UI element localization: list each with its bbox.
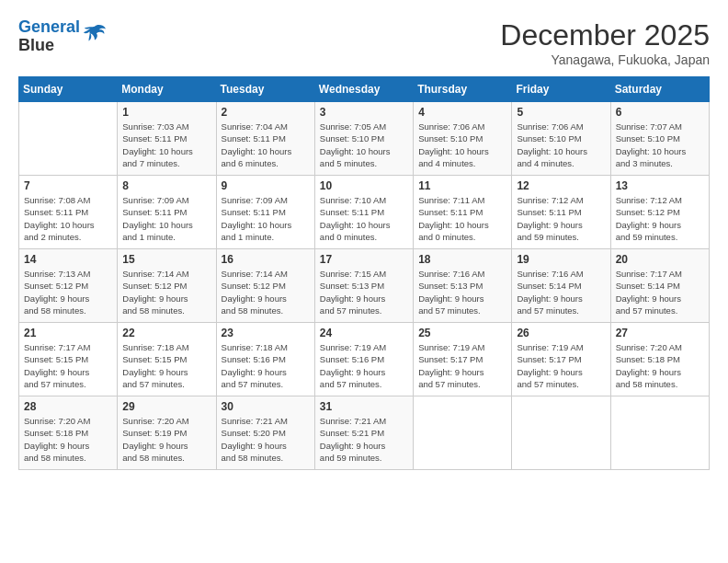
day-detail: Sunrise: 7:19 AMSunset: 5:16 PMDaylight:… (320, 341, 408, 390)
day-number: 26 (517, 327, 605, 339)
logo-bird-icon (82, 22, 108, 48)
day-detail: Sunrise: 7:09 AMSunset: 5:11 PMDaylight:… (222, 194, 310, 243)
calendar-cell: 27 Sunrise: 7:20 AMSunset: 5:18 PMDaylig… (610, 323, 709, 396)
day-number: 22 (122, 327, 210, 339)
calendar-cell: 12 Sunrise: 7:12 AMSunset: 5:11 PMDaylig… (512, 176, 610, 249)
day-detail: Sunrise: 7:21 AMSunset: 5:21 PMDaylight:… (320, 415, 408, 464)
day-number: 21 (24, 327, 112, 339)
calendar-cell (610, 396, 709, 470)
day-number: 29 (122, 400, 210, 413)
calendar-cell: 9 Sunrise: 7:09 AMSunset: 5:11 PMDayligh… (216, 176, 314, 249)
calendar-week-row: 1 Sunrise: 7:03 AMSunset: 5:11 PMDayligh… (19, 102, 710, 176)
calendar-cell: 24 Sunrise: 7:19 AMSunset: 5:16 PMDaylig… (314, 323, 413, 396)
calendar-week-row: 14 Sunrise: 7:13 AMSunset: 5:12 PMDaylig… (19, 249, 710, 323)
weekday-header-saturday: Saturday (610, 77, 709, 102)
weekday-header-row: SundayMondayTuesdayWednesdayThursdayFrid… (19, 77, 710, 102)
day-detail: Sunrise: 7:12 AMSunset: 5:12 PMDaylight:… (616, 194, 704, 243)
calendar-cell: 25 Sunrise: 7:19 AMSunset: 5:17 PMDaylig… (414, 323, 512, 396)
calendar-week-row: 28 Sunrise: 7:20 AMSunset: 5:18 PMDaylig… (19, 396, 710, 470)
day-detail: Sunrise: 7:18 AMSunset: 5:16 PMDaylight:… (222, 341, 310, 390)
calendar-cell: 20 Sunrise: 7:17 AMSunset: 5:14 PMDaylig… (610, 249, 709, 323)
day-number: 28 (24, 400, 112, 413)
day-number: 14 (24, 253, 112, 266)
day-detail: Sunrise: 7:17 AMSunset: 5:15 PMDaylight:… (24, 341, 112, 390)
day-number: 4 (418, 106, 506, 119)
calendar-table: SundayMondayTuesdayWednesdayThursdayFrid… (18, 76, 710, 470)
day-detail: Sunrise: 7:05 AMSunset: 5:10 PMDaylight:… (320, 121, 408, 169)
day-number: 17 (320, 253, 408, 266)
day-number: 24 (320, 327, 408, 339)
calendar-cell: 3 Sunrise: 7:05 AMSunset: 5:10 PMDayligh… (314, 102, 413, 176)
day-detail: Sunrise: 7:15 AMSunset: 5:13 PMDaylight:… (320, 268, 408, 316)
weekday-header-thursday: Thursday (414, 77, 512, 102)
month-title: December 2025 (500, 18, 710, 52)
calendar-cell (414, 396, 512, 470)
calendar-cell: 28 Sunrise: 7:20 AMSunset: 5:18 PMDaylig… (19, 396, 118, 470)
calendar-cell: 5 Sunrise: 7:06 AMSunset: 5:10 PMDayligh… (512, 102, 610, 176)
day-number: 11 (418, 179, 506, 192)
calendar-cell: 22 Sunrise: 7:18 AMSunset: 5:15 PMDaylig… (118, 323, 216, 396)
day-detail: Sunrise: 7:18 AMSunset: 5:15 PMDaylight:… (122, 341, 210, 390)
calendar-cell: 4 Sunrise: 7:06 AMSunset: 5:10 PMDayligh… (414, 102, 512, 176)
logo-text: GeneralBlue (18, 18, 80, 55)
calendar-cell: 19 Sunrise: 7:16 AMSunset: 5:14 PMDaylig… (512, 249, 610, 323)
day-number: 31 (320, 400, 408, 413)
day-detail: Sunrise: 7:07 AMSunset: 5:10 PMDaylight:… (616, 121, 704, 169)
calendar-cell (512, 396, 610, 470)
logo: GeneralBlue (18, 18, 108, 55)
day-detail: Sunrise: 7:04 AMSunset: 5:11 PMDaylight:… (222, 121, 310, 169)
calendar-cell: 15 Sunrise: 7:14 AMSunset: 5:12 PMDaylig… (118, 249, 216, 323)
day-detail: Sunrise: 7:19 AMSunset: 5:17 PMDaylight:… (418, 341, 506, 390)
calendar-week-row: 7 Sunrise: 7:08 AMSunset: 5:11 PMDayligh… (19, 176, 710, 249)
day-detail: Sunrise: 7:10 AMSunset: 5:11 PMDaylight:… (320, 194, 408, 243)
day-number: 2 (222, 106, 310, 119)
calendar-cell: 30 Sunrise: 7:21 AMSunset: 5:20 PMDaylig… (216, 396, 314, 470)
calendar-cell: 2 Sunrise: 7:04 AMSunset: 5:11 PMDayligh… (216, 102, 314, 176)
day-detail: Sunrise: 7:11 AMSunset: 5:11 PMDaylight:… (418, 194, 506, 243)
day-number: 16 (222, 253, 310, 266)
calendar-cell: 14 Sunrise: 7:13 AMSunset: 5:12 PMDaylig… (19, 249, 118, 323)
day-number: 15 (122, 253, 210, 266)
day-number: 25 (418, 327, 506, 339)
day-detail: Sunrise: 7:13 AMSunset: 5:12 PMDaylight:… (24, 268, 112, 316)
calendar-cell: 10 Sunrise: 7:10 AMSunset: 5:11 PMDaylig… (314, 176, 413, 249)
weekday-header-friday: Friday (512, 77, 610, 102)
calendar-cell: 16 Sunrise: 7:14 AMSunset: 5:12 PMDaylig… (216, 249, 314, 323)
day-number: 18 (418, 253, 506, 266)
day-detail: Sunrise: 7:20 AMSunset: 5:18 PMDaylight:… (616, 341, 704, 390)
calendar-cell (19, 102, 118, 176)
day-detail: Sunrise: 7:06 AMSunset: 5:10 PMDaylight:… (418, 121, 506, 169)
day-number: 7 (24, 179, 112, 192)
calendar-cell: 17 Sunrise: 7:15 AMSunset: 5:13 PMDaylig… (314, 249, 413, 323)
calendar-cell: 18 Sunrise: 7:16 AMSunset: 5:13 PMDaylig… (414, 249, 512, 323)
calendar-cell: 8 Sunrise: 7:09 AMSunset: 5:11 PMDayligh… (118, 176, 216, 249)
day-detail: Sunrise: 7:03 AMSunset: 5:11 PMDaylight:… (122, 121, 210, 169)
day-number: 12 (517, 179, 605, 192)
day-number: 19 (517, 253, 605, 266)
weekday-header-sunday: Sunday (19, 77, 118, 102)
calendar-cell: 31 Sunrise: 7:21 AMSunset: 5:21 PMDaylig… (314, 396, 413, 470)
calendar-cell: 1 Sunrise: 7:03 AMSunset: 5:11 PMDayligh… (118, 102, 216, 176)
day-number: 8 (122, 179, 210, 192)
day-detail: Sunrise: 7:06 AMSunset: 5:10 PMDaylight:… (517, 121, 605, 169)
location-subtitle: Yanagawa, Fukuoka, Japan (500, 52, 710, 67)
page-header: GeneralBlue December 2025 Yanagawa, Fuku… (18, 18, 710, 67)
calendar-cell: 21 Sunrise: 7:17 AMSunset: 5:15 PMDaylig… (19, 323, 118, 396)
day-detail: Sunrise: 7:16 AMSunset: 5:13 PMDaylight:… (418, 268, 506, 316)
day-detail: Sunrise: 7:19 AMSunset: 5:17 PMDaylight:… (517, 341, 605, 390)
day-detail: Sunrise: 7:12 AMSunset: 5:11 PMDaylight:… (517, 194, 605, 243)
calendar-week-row: 21 Sunrise: 7:17 AMSunset: 5:15 PMDaylig… (19, 323, 710, 396)
calendar-cell: 11 Sunrise: 7:11 AMSunset: 5:11 PMDaylig… (414, 176, 512, 249)
title-section: December 2025 Yanagawa, Fukuoka, Japan (500, 18, 710, 67)
day-detail: Sunrise: 7:16 AMSunset: 5:14 PMDaylight:… (517, 268, 605, 316)
day-detail: Sunrise: 7:21 AMSunset: 5:20 PMDaylight:… (222, 415, 310, 464)
day-detail: Sunrise: 7:08 AMSunset: 5:11 PMDaylight:… (24, 194, 112, 243)
day-detail: Sunrise: 7:09 AMSunset: 5:11 PMDaylight:… (122, 194, 210, 243)
day-detail: Sunrise: 7:14 AMSunset: 5:12 PMDaylight:… (222, 268, 310, 316)
day-number: 13 (616, 179, 704, 192)
calendar-cell: 29 Sunrise: 7:20 AMSunset: 5:19 PMDaylig… (118, 396, 216, 470)
calendar-cell: 13 Sunrise: 7:12 AMSunset: 5:12 PMDaylig… (610, 176, 709, 249)
day-detail: Sunrise: 7:20 AMSunset: 5:19 PMDaylight:… (122, 415, 210, 464)
day-number: 27 (616, 327, 704, 339)
calendar-cell: 6 Sunrise: 7:07 AMSunset: 5:10 PMDayligh… (610, 102, 709, 176)
